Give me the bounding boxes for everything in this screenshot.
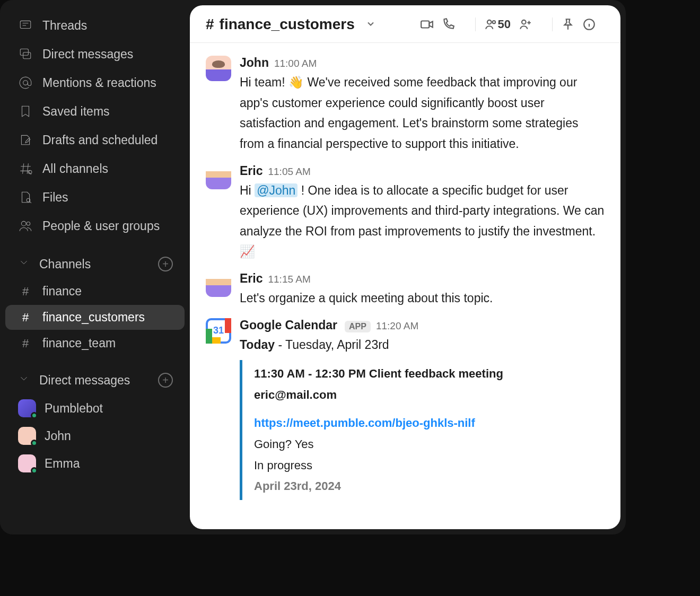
voice-call-button[interactable] <box>441 17 455 31</box>
section-label: Direct messages <box>39 373 130 388</box>
event-going: Going? Yes <box>254 434 605 455</box>
svg-point-11 <box>522 20 526 24</box>
nav-label: Direct messages <box>42 47 133 62</box>
hash-icon: # <box>18 311 33 325</box>
channels-section-header[interactable]: Channels + <box>5 249 185 277</box>
dm-label: Emma <box>45 457 80 471</box>
channel-finance-team[interactable]: # finance_team <box>5 331 185 356</box>
svg-point-9 <box>487 20 491 24</box>
nav-saved[interactable]: Saved items <box>5 98 185 125</box>
avatar <box>18 399 36 417</box>
message-author[interactable]: John <box>240 56 269 70</box>
message-list: John 11:00 AM Hi team! 👋 We've received … <box>190 43 620 529</box>
calendar-message: Google Calendar APP 11:20 AM Today - Tue… <box>206 311 605 502</box>
hash-icon: # <box>18 337 33 350</box>
message-time: 11:00 AM <box>274 58 317 69</box>
bookmark-icon <box>18 104 33 119</box>
channel-label: finance_customers <box>42 310 145 325</box>
chevron-down-icon <box>18 373 30 388</box>
app-frame: Threads Direct messages Mentions & react… <box>0 0 626 534</box>
event-link[interactable]: https://meet.pumble.com/bjeo-ghkls-nilf <box>254 413 605 434</box>
sidebar: Threads Direct messages Mentions & react… <box>0 0 190 534</box>
nav-files[interactable]: Files <box>5 183 185 211</box>
channel-label: finance_team <box>42 336 116 350</box>
message-time: 11:20 AM <box>376 320 418 332</box>
nav-label: Threads <box>42 19 87 33</box>
header-actions: 50 <box>420 17 605 31</box>
members-button[interactable]: 50 <box>484 17 511 31</box>
section-label: Channels <box>39 257 91 271</box>
message-time: 11:05 AM <box>268 166 310 178</box>
nav-people[interactable]: People & user groups <box>5 212 185 240</box>
chart-emoji: 📈 <box>240 244 255 258</box>
avatar <box>18 427 36 445</box>
svg-rect-8 <box>421 21 429 28</box>
message-text: Let's organize a quick meeting about thi… <box>240 288 605 309</box>
avatar <box>18 454 36 472</box>
app-name[interactable]: Google Calendar <box>240 318 337 332</box>
svg-rect-0 <box>20 21 31 28</box>
message: Eric 11:05 AM Hi @John ! One idea is to … <box>206 156 605 265</box>
nav-mentions[interactable]: Mentions & reactions <box>5 69 185 97</box>
dm-label: John <box>45 429 71 443</box>
avatar <box>206 271 231 297</box>
threads-icon <box>18 18 33 33</box>
video-call-button[interactable] <box>420 17 434 31</box>
channel-label: finance <box>42 284 82 299</box>
add-member-button[interactable] <box>518 17 532 31</box>
at-icon <box>18 75 33 90</box>
dm-label: Pumblebot <box>45 401 103 416</box>
dm-emma[interactable]: Emma <box>5 450 185 477</box>
info-button[interactable] <box>582 17 596 31</box>
message-text: Hi team! 👋 We've received some feedback … <box>240 72 605 154</box>
nav-drafts[interactable]: Drafts and scheduled <box>5 126 185 154</box>
svg-point-3 <box>23 81 28 85</box>
calendar-date-line: Today - Tuesday, April 23rd <box>240 335 605 355</box>
app-badge: APP <box>345 321 371 332</box>
event-email: eric@mail.com <box>254 384 605 406</box>
nav-label: Saved items <box>42 104 110 119</box>
nav-all-channels[interactable]: All channels <box>5 155 185 182</box>
channels-icon <box>18 161 33 176</box>
people-icon <box>18 218 33 233</box>
chevron-down-icon <box>18 257 30 271</box>
nav-threads[interactable]: Threads <box>5 12 185 39</box>
dm-icon <box>18 47 33 62</box>
dm-pumblebot[interactable]: Pumblebot <box>5 395 185 422</box>
mention[interactable]: @John <box>255 183 298 197</box>
member-count: 50 <box>498 17 511 31</box>
nav-label: Mentions & reactions <box>42 76 156 90</box>
files-icon <box>18 190 33 205</box>
channel-finance[interactable]: # finance <box>5 279 185 304</box>
wave-emoji: 👋 <box>288 75 304 89</box>
hash-icon: # <box>206 16 214 33</box>
nav-label: Drafts and scheduled <box>42 133 158 147</box>
channel-title-button[interactable]: # finance_customers <box>206 16 376 33</box>
today-label: Today <box>240 338 275 352</box>
add-channel-button[interactable]: + <box>158 257 173 271</box>
dm-section-header[interactable]: Direct messages + <box>5 365 185 393</box>
draft-icon <box>18 133 33 147</box>
event-title: 11:30 AM - 12:30 PM Client feedback meet… <box>254 363 605 384</box>
google-calendar-icon <box>206 318 231 344</box>
avatar <box>206 164 231 189</box>
message-text: Hi @John ! One idea is to allocate a spe… <box>240 180 605 262</box>
nav-label: All channels <box>42 162 108 176</box>
event-date: April 23rd, 2024 <box>254 476 605 497</box>
pin-button[interactable] <box>561 17 575 31</box>
nav-label: People & user groups <box>42 219 160 233</box>
svg-point-6 <box>21 221 26 226</box>
svg-point-7 <box>27 222 30 225</box>
dm-john[interactable]: John <box>5 423 185 449</box>
nav-direct-messages[interactable]: Direct messages <box>5 40 185 68</box>
channel-finance-customers[interactable]: # finance_customers <box>5 305 185 330</box>
message: Eric 11:15 AM Let's organize a quick mee… <box>206 264 605 311</box>
message-author[interactable]: Eric <box>240 271 262 286</box>
main-panel: # finance_customers <box>190 5 620 529</box>
calendar-event: 11:30 AM - 12:30 PM Client feedback meet… <box>240 360 605 500</box>
svg-rect-1 <box>20 49 28 55</box>
channel-header: # finance_customers <box>190 5 620 43</box>
add-dm-button[interactable]: + <box>158 373 173 388</box>
message-author[interactable]: Eric <box>240 164 262 178</box>
hash-icon: # <box>18 285 33 299</box>
